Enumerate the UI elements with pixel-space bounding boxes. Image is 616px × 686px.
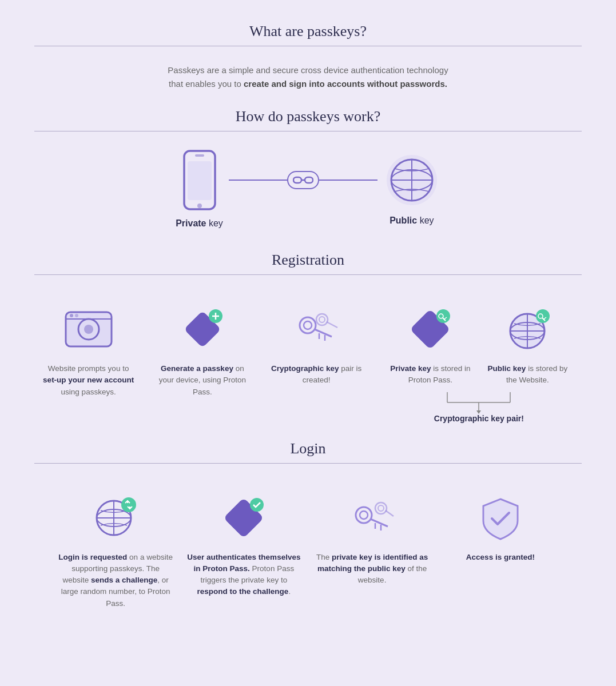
line-right <box>319 180 377 181</box>
svg-line-66 <box>386 510 394 516</box>
intro-bold: create and sign into accounts without pa… <box>244 79 447 89</box>
public-key-item: Public key <box>383 151 440 226</box>
website-prompt-icon <box>63 304 114 355</box>
svg-point-29 <box>319 317 325 322</box>
registration-steps: Website prompts you to set-up your new a… <box>34 292 582 440</box>
generate-passkey-icon <box>177 304 228 355</box>
line-left <box>229 180 287 181</box>
user-auth-icon <box>218 492 269 544</box>
key-diagram: Private key <box>34 149 582 229</box>
step1-bold: set-up your new account <box>43 376 134 384</box>
crypto-key-icon <box>291 304 342 355</box>
svg-rect-3 <box>188 161 212 200</box>
ls3-plain: The <box>316 553 332 561</box>
reg-divider <box>34 274 582 275</box>
key-match-icon <box>347 492 398 544</box>
reg-step-1: Website prompts you to set-up your new a… <box>43 304 134 398</box>
private-key-label-bold: Private <box>176 218 206 228</box>
login-step-1-text: Login is requested on a website supporti… <box>58 552 173 609</box>
private-key-label: Private key <box>176 218 223 229</box>
login-step-4: Access is granted! <box>443 492 558 563</box>
svg-line-61 <box>371 519 388 527</box>
login-step-4-text: Access is granted! <box>466 552 535 563</box>
reg-step-2: Generate a passkey on your device, using… <box>157 304 248 398</box>
reg-step-1-text: Website prompts you to set-up your new a… <box>43 363 134 398</box>
public-key-label-bold: Public <box>390 216 417 225</box>
step5-bold: Public key <box>488 364 526 373</box>
svg-rect-4 <box>293 177 301 183</box>
private-key-stored-icon <box>404 304 456 355</box>
reg-step-3: Cryptographic key pair is created! <box>271 304 362 386</box>
main-title: What are passkeys? <box>34 23 582 40</box>
svg-point-28 <box>316 314 328 325</box>
svg-point-18 <box>75 314 78 317</box>
ls4-bold: Access is granted! <box>466 553 535 561</box>
bracket-svg <box>416 391 542 414</box>
ls2-after: . <box>288 587 291 596</box>
svg-point-65 <box>378 505 384 511</box>
ls1-bold2: sends a challenge <box>91 576 157 584</box>
login-step-3-text: The private key is identified as matchin… <box>315 552 430 587</box>
ls1-bold1: Login is requested <box>58 553 127 561</box>
login-title: Login <box>34 440 582 457</box>
step1-plain: Website prompts you to <box>48 364 129 373</box>
login-request-icon <box>90 492 141 544</box>
how-title: How do passkeys work? <box>34 108 582 125</box>
intro-text: Passkeys are a simple and secure cross d… <box>34 63 582 91</box>
svg-point-58 <box>250 498 264 512</box>
svg-point-24 <box>304 321 312 329</box>
public-key-stored-icon <box>502 304 553 355</box>
public-key-label: Public key <box>390 216 434 226</box>
svg-point-54 <box>121 497 136 512</box>
private-key-item: Private key <box>176 149 223 229</box>
login-steps: Login is requested on a website supporti… <box>34 481 582 627</box>
reg-step-4: Private key is stored in Proton Pass. <box>384 304 476 386</box>
login-step-2: User authenticates themselves in Proton … <box>186 492 301 598</box>
login-step-3: The private key is identified as matchin… <box>315 492 430 587</box>
reg-step-5-text: Public key is stored by the Website. <box>482 363 573 386</box>
step1-after: using passkeys. <box>61 388 116 396</box>
svg-point-59 <box>356 507 372 523</box>
how-divider <box>34 131 582 131</box>
svg-line-25 <box>315 329 332 337</box>
step3-bold: Cryptographic key <box>271 364 339 373</box>
reg-step-3-text: Cryptographic key pair is created! <box>271 363 362 386</box>
ls2-bold2: respond to the challenge <box>197 587 289 596</box>
login-step-1: Login is requested on a website supporti… <box>58 492 173 609</box>
svg-point-15 <box>84 325 93 334</box>
svg-point-2 <box>197 204 202 208</box>
svg-point-64 <box>375 502 387 514</box>
svg-point-60 <box>360 511 368 519</box>
svg-point-23 <box>300 317 316 333</box>
reg-step-2-text: Generate a passkey on your device, using… <box>157 363 248 398</box>
registration-title: Registration <box>34 252 582 269</box>
svg-line-30 <box>327 322 337 328</box>
step2-bold: Generate a passkey <box>161 364 233 373</box>
globe-icon <box>383 151 440 209</box>
private-key-label-rest: key <box>206 218 223 228</box>
step4-bold: Private key <box>390 364 431 373</box>
key-pair-bracket: Cryptographic key pair! <box>416 391 542 423</box>
phone-icon <box>180 149 220 212</box>
svg-rect-5 <box>305 177 313 183</box>
login-step-2-text: User authenticates themselves in Proton … <box>186 552 301 598</box>
reg-step-4-text: Private key is stored in Proton Pass. <box>384 363 476 386</box>
svg-rect-1 <box>195 154 204 157</box>
chain-icon <box>287 171 319 189</box>
key-pair-label: Cryptographic key pair! <box>434 414 524 423</box>
reg-step-5: Public key is stored by the Website. <box>482 304 573 386</box>
login-divider <box>34 463 582 464</box>
connector-line <box>229 171 377 189</box>
access-granted-icon <box>475 492 526 544</box>
page: What are passkeys? Passkeys are a simple… <box>0 0 616 649</box>
public-key-label-rest: key <box>417 216 434 225</box>
title-divider <box>34 46 582 46</box>
svg-point-17 <box>70 314 73 317</box>
